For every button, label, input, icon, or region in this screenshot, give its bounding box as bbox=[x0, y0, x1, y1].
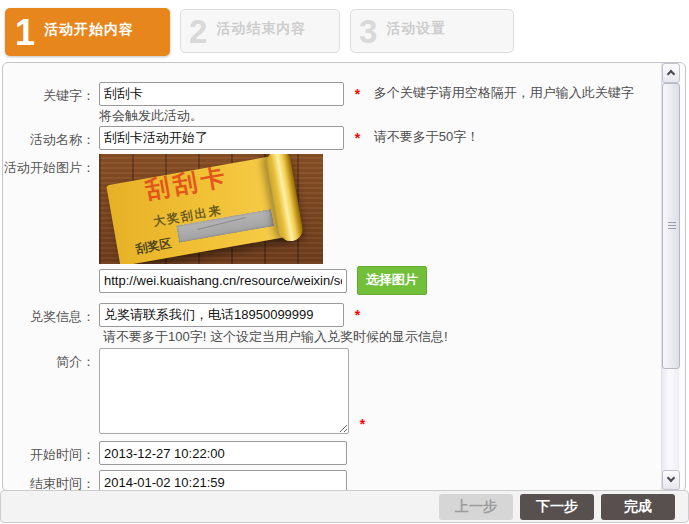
step-tab-3[interactable]: 3 活动设置 bbox=[350, 9, 514, 53]
scratch-card: 刮刮卡 大奖刮出来 刮奖区 bbox=[106, 154, 299, 264]
end-time-row: 结束时间： bbox=[3, 470, 685, 492]
intro-textarea[interactable] bbox=[99, 348, 349, 434]
image-url-row: 选择图片 bbox=[99, 266, 639, 295]
page-curl bbox=[265, 154, 305, 243]
start-image-label: 活动开始图片： bbox=[3, 158, 95, 178]
thumb-grip-icon bbox=[668, 222, 676, 230]
wizard-footer: 上一步 下一步 完成 bbox=[0, 490, 689, 523]
activity-name-input[interactable] bbox=[99, 126, 344, 150]
scroll-down-button[interactable] bbox=[662, 470, 680, 490]
scratch-card-image: 刮刮卡 大奖刮出来 刮奖区 bbox=[99, 154, 323, 264]
required-asterisk: * bbox=[355, 86, 360, 102]
scrollbar-thumb[interactable] bbox=[662, 83, 680, 369]
activity-name-row: 活动名称： * 请不要多于50字！ bbox=[3, 126, 685, 150]
redeem-info-input[interactable] bbox=[99, 303, 344, 327]
redeem-info-hint: 请不要多于100字! 这个设定当用户输入兑奖时候的显示信息! bbox=[99, 327, 639, 346]
end-time-input[interactable] bbox=[99, 470, 347, 492]
image-url-input[interactable] bbox=[99, 269, 347, 293]
keyword-row: 关键字： * 多个关键字请用空格隔开，用户输入此关键字将会触发此活动。 bbox=[3, 82, 685, 126]
start-time-label: 开始时间： bbox=[3, 445, 95, 465]
required-asterisk: * bbox=[360, 416, 365, 432]
activity-name-hint: 请不要多于50字！ bbox=[374, 129, 479, 144]
finish-button[interactable]: 完成 bbox=[601, 494, 675, 520]
card-title: 刮刮卡 bbox=[144, 166, 230, 200]
step-number: 2 bbox=[189, 13, 207, 51]
step-tab-1[interactable]: 1 活动开始内容 bbox=[5, 8, 170, 56]
scroll-up-button[interactable] bbox=[662, 63, 680, 83]
intro-label: 简介： bbox=[3, 352, 95, 372]
intro-row: 简介： * bbox=[3, 348, 685, 434]
required-asterisk: * bbox=[355, 130, 360, 146]
required-asterisk: * bbox=[355, 307, 360, 323]
prev-step-button[interactable]: 上一步 bbox=[439, 494, 513, 520]
step-number: 1 bbox=[15, 12, 35, 54]
redeem-info-label: 兑奖信息： bbox=[3, 307, 95, 327]
activity-name-label: 活动名称： bbox=[3, 130, 95, 150]
start-time-row: 开始时间： bbox=[3, 441, 685, 465]
chevron-down-icon bbox=[667, 474, 675, 482]
step-tab-2[interactable]: 2 活动结束内容 bbox=[180, 9, 340, 53]
keyword-label: 关键字： bbox=[3, 86, 95, 106]
form-panel: 关键字： * 多个关键字请用空格隔开，用户输入此关键字将会触发此活动。 活动名称… bbox=[2, 62, 686, 492]
choose-image-button[interactable]: 选择图片 bbox=[357, 266, 427, 295]
next-step-button[interactable]: 下一步 bbox=[520, 494, 594, 520]
wizard-steps: 1 活动开始内容 2 活动结束内容 3 活动设置 bbox=[0, 0, 689, 60]
chevron-up-icon bbox=[667, 70, 675, 78]
vertical-scrollbar[interactable] bbox=[661, 63, 679, 490]
step-number: 3 bbox=[359, 13, 377, 51]
step-label: 活动开始内容 bbox=[44, 21, 134, 39]
redeem-info-row: 兑奖信息： * 请不要多于100字! 这个设定当用户输入兑奖时候的显示信息! bbox=[3, 303, 685, 346]
start-time-input[interactable] bbox=[99, 441, 347, 465]
start-image-row: 活动开始图片： 刮刮卡 大奖刮出来 刮奖区 选择图片 bbox=[3, 154, 685, 295]
step-label: 活动设置 bbox=[386, 20, 446, 38]
keyword-input[interactable] bbox=[99, 82, 344, 106]
step-label: 活动结束内容 bbox=[216, 20, 306, 38]
card-zone-label: 刮奖区 bbox=[134, 233, 173, 259]
